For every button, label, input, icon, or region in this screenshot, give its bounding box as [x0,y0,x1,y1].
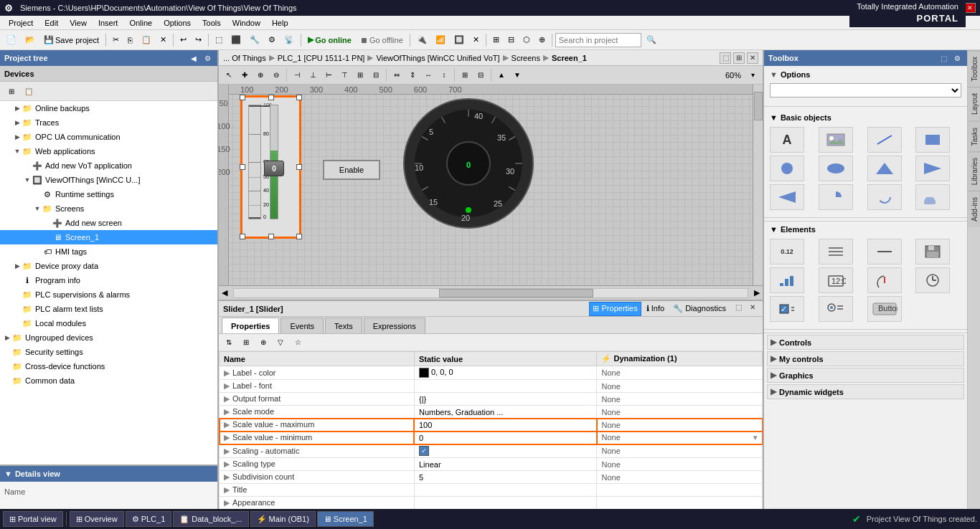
toolbar-btn-4[interactable]: ⚙ [265,32,279,48]
canvas-area[interactable]: 100200300400500600700 50100150200 [219,85,753,285]
editor-undock-button[interactable]: ⬚ [720,52,731,64]
redo-button[interactable]: ↪ [192,32,205,48]
options-dropdown[interactable] [770,83,961,97]
resize-handle-l[interactable] [240,164,245,170]
bo-filled-arc[interactable] [915,184,950,210]
details-toggle[interactable]: ▼ [4,470,12,478]
slider-object[interactable]: 100 80 60 50 40 [240,95,301,239]
toolbox-settings-btn[interactable]: ⚙ [951,52,963,64]
tree-item-10[interactable]: 🏷 HMI tags [0,244,217,259]
toolbar-btn-6[interactable]: 🔌 [413,32,430,48]
task-datablock[interactable]: 📋 Data_block_... [173,511,248,527]
tab-events[interactable]: Events [281,318,324,333]
el-io-field[interactable]: 0.12 [770,239,804,264]
resize-handle-bl[interactable] [240,234,245,239]
ct-align-right[interactable]: ⊢ [321,68,336,82]
filter-button[interactable]: ▽ [273,336,288,349]
v-scroll-thumb[interactable] [754,92,763,120]
el-text-list[interactable] [819,239,853,264]
el-save[interactable] [915,239,950,264]
props-subtab-info[interactable]: ℹ Info [643,302,668,316]
toolbar-btn-3[interactable]: 🔧 [246,32,263,48]
close-button[interactable]: ✕ [964,3,976,13]
el-bar[interactable] [770,267,804,293]
resize-handle-tr[interactable] [296,95,302,100]
h-scroll-right-btn[interactable]: ▶ [754,288,760,297]
resize-handle-b[interactable] [268,234,274,239]
undo-button[interactable]: ↩ [176,32,190,48]
basic-objects-title[interactable]: ▼ Basic objects [767,111,964,124]
tree-item-3[interactable]: ▼ 📁 Web applications [0,144,217,158]
bo-triangle1[interactable] [867,156,902,181]
toolbar-btn-10[interactable]: ⊞ [489,32,503,48]
toolbar-btn-7[interactable]: 📶 [432,32,449,48]
ct-group[interactable]: ⊞ [458,68,472,82]
side-tab-tasks[interactable]: Tasks [968,121,980,152]
tree-item-12[interactable]: ℹ Program info [0,273,217,287]
toolbar-btn-2[interactable]: ⬛ [227,32,245,48]
h-scroll-left-btn[interactable]: ◀ [222,288,227,297]
el-radio[interactable] [819,296,853,322]
menu-help[interactable]: Help [266,17,294,29]
search-input[interactable] [555,33,641,47]
tree-item-0[interactable]: ▶ 📁 Online backups [0,101,217,115]
ct-pointer[interactable]: ✚ [237,68,252,82]
ct-dist-h[interactable]: ⇔ [390,68,404,82]
bo-text[interactable]: A [770,127,804,153]
search-button[interactable]: 🔍 [643,32,660,48]
my-controls-header[interactable]: ▶ My controls [767,351,964,366]
ct-back[interactable]: ▼ [510,68,524,82]
project-tree-collapse[interactable]: ◀ [188,52,199,64]
toolbar-btn-1[interactable]: ⬚ [212,32,226,48]
cut-button[interactable]: ✂ [109,32,123,48]
resize-handle-r[interactable] [296,164,302,170]
el-button[interactable]: Button [867,296,902,322]
go-online-button[interactable]: ▶ Go online [304,32,355,48]
resize-handle-br[interactable] [296,234,302,239]
editor-close-button[interactable]: ✕ [747,52,758,64]
delete-button[interactable]: ✕ [156,32,170,48]
menu-tools[interactable]: Tools [197,17,227,29]
ct-align-top[interactable]: ⊤ [337,68,352,82]
el-clock[interactable] [915,267,950,293]
ct-align-center[interactable]: ⊥ [306,68,320,82]
tree-item-7[interactable]: ▼ 📁 Screens [0,201,217,216]
enable-button[interactable]: Enable [323,160,380,180]
ct-dist-v[interactable]: ⇕ [405,68,420,82]
menu-project[interactable]: Project [3,17,39,29]
props-close-btn[interactable]: ✕ [747,302,758,313]
props-undock-btn[interactable]: ⬚ [732,302,744,313]
menu-window[interactable]: Window [227,17,266,29]
controls-header[interactable]: ▶ Controls [767,335,964,350]
toolbar-btn-5[interactable]: 📡 [281,32,298,48]
go-offline-button[interactable]: ⏹ Go offline [357,32,407,48]
task-main-ob1[interactable]: ⚡ Main (OB1) [250,511,316,527]
bo-rectangle[interactable] [915,127,950,153]
tree-item-13[interactable]: 📁 PLC supervisions & alarms [0,287,217,302]
canvas-scrollbar-v[interactable] [753,85,763,285]
device-icon-2[interactable]: 📋 [22,84,36,98]
el-datetime[interactable]: 12:00 [819,267,853,293]
new-button[interactable]: 📄 [3,32,20,48]
paste-button[interactable]: 📋 [138,32,155,48]
tab-properties[interactable]: Properties [222,318,279,333]
dynamic-widgets-header[interactable]: ▶ Dynamic widgets [767,384,964,399]
h-scroll-thumb[interactable] [439,289,593,297]
open-button[interactable]: 📂 [22,32,39,48]
ct-size-h[interactable]: ↕ [437,68,451,82]
props-subtab-diagnostics[interactable]: 🔧 Diagnostics [669,302,730,316]
ct-size-w[interactable]: ↔ [421,68,435,82]
copy-button[interactable]: ⎘ [124,32,136,48]
resize-handle-t[interactable] [268,95,274,100]
expand-all-button[interactable]: ⊕ [256,336,270,349]
tree-item-5[interactable]: ▼ 🔲 ViewOfThings [WinCC U...] [0,173,217,187]
menu-online[interactable]: Online [123,17,158,29]
save-project-button[interactable]: 💾 Save project [40,32,103,48]
options-toggle[interactable]: ▼ [770,70,778,79]
task-plc1[interactable]: ⚙ PLC_1 [126,511,172,527]
editor-tile-button[interactable]: ⊞ [733,52,745,64]
toolbar-btn-12[interactable]: ⬡ [519,32,534,48]
resize-handle-tl[interactable] [240,95,245,100]
canvas-zoom-dropdown[interactable]: ▾ [745,68,760,82]
favorite-button[interactable]: ☆ [291,336,305,349]
